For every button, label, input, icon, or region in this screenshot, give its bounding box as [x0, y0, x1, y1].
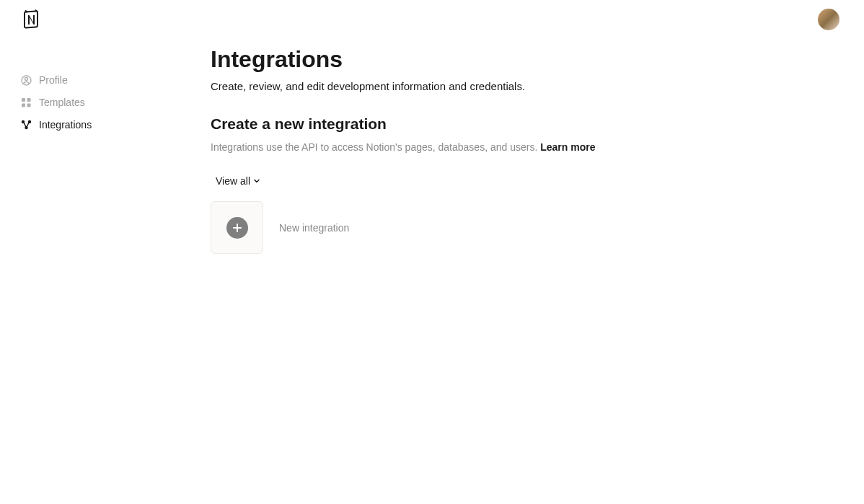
sidebar: Profile Templates Integrations [20, 71, 164, 138]
plus-icon [226, 217, 248, 239]
chevron-down-icon [253, 175, 260, 187]
page-subtitle: Create, review, and edit development inf… [211, 80, 835, 92]
sidebar-item-label: Integrations [39, 119, 92, 131]
new-integration-card[interactable]: New integration [211, 201, 835, 254]
view-all-dropdown[interactable]: View all [216, 175, 260, 187]
sidebar-item-label: Templates [39, 97, 85, 108]
svg-rect-2 [22, 98, 25, 102]
view-all-label: View all [216, 175, 250, 187]
learn-more-link[interactable]: Learn more [540, 141, 595, 153]
section-title: Create a new integration [211, 115, 835, 133]
svg-point-1 [25, 77, 27, 80]
section-description: Integrations use the API to access Notio… [211, 141, 835, 153]
section-description-text: Integrations use the API to access Notio… [211, 141, 540, 153]
sidebar-item-profile[interactable]: Profile [20, 71, 164, 89]
integrations-icon [20, 119, 32, 131]
sidebar-item-templates[interactable]: Templates [20, 93, 164, 112]
main-content: Integrations Create, review, and edit de… [211, 46, 835, 254]
profile-icon [20, 74, 32, 86]
avatar[interactable] [818, 9, 839, 30]
svg-rect-5 [27, 103, 30, 107]
svg-rect-3 [27, 98, 30, 102]
page-title: Integrations [211, 46, 835, 73]
notion-logo[interactable] [22, 9, 42, 30]
new-integration-label[interactable]: New integration [279, 222, 349, 234]
sidebar-item-label: Profile [39, 74, 68, 86]
templates-icon [20, 97, 32, 108]
svg-rect-4 [22, 103, 25, 107]
add-integration-tile[interactable] [211, 201, 263, 254]
header [0, 0, 864, 39]
sidebar-item-integrations[interactable]: Integrations [20, 115, 164, 134]
